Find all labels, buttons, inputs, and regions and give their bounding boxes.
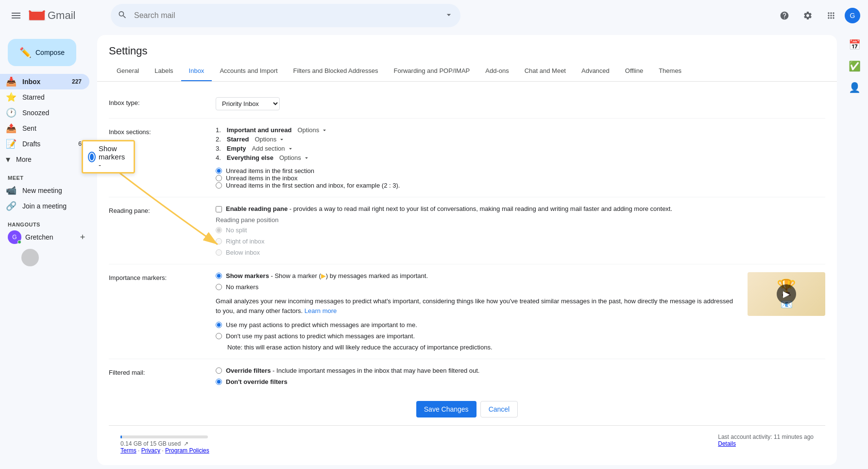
section-3-action[interactable]: Add section	[252, 145, 294, 152]
inbox-type-row: Inbox type: Default Important first Unre…	[109, 89, 825, 119]
learn-more-link[interactable]: Learn more	[305, 307, 337, 314]
save-button[interactable]: Save Changes	[416, 401, 477, 417]
unread-both-radio[interactable]	[216, 182, 222, 189]
compose-button[interactable]: ✏️ Compose	[8, 39, 76, 66]
right-of-inbox-option[interactable]: Right of inbox	[216, 238, 825, 245]
tab-inbox[interactable]: Inbox	[181, 61, 212, 81]
panel-btn-2[interactable]: ✅	[845, 56, 864, 76]
snoozed-label: Snoozed	[22, 109, 49, 117]
sidebar-item-join-meeting[interactable]: 🔗 Join a meeting	[0, 198, 89, 214]
reading-pane-positions: Reading pane position No split Right of …	[216, 216, 825, 256]
show-markers-option[interactable]: Show markers - Show a marker (▶) by mess…	[216, 272, 740, 279]
no-split-option[interactable]: No split	[216, 226, 825, 234]
importance-options: Show markers - Show a marker (▶) by mess…	[216, 272, 740, 291]
section-row-2: 2. Starred Options	[216, 136, 825, 143]
tab-accounts[interactable]: Accounts and Import	[212, 61, 285, 81]
avatar[interactable]: G	[845, 8, 860, 23]
storage-link-icon[interactable]: ↗	[184, 440, 188, 447]
reading-pane-checkbox-item[interactable]: Enable reading pane - provides a way to …	[216, 205, 825, 212]
section-4-action[interactable]: Options	[279, 154, 310, 161]
sidebar: ✏️ Compose 📥 Inbox 227 ⭐ Starred 🕐 Snooz…	[0, 31, 97, 469]
program-policies-link[interactable]: Program Policies	[165, 447, 209, 454]
reading-pane-checkbox[interactable]	[216, 206, 222, 212]
sidebar-item-inbox[interactable]: 📥 Inbox 227	[0, 74, 89, 89]
cancel-button[interactable]: Cancel	[480, 401, 518, 417]
section-3-name: Empty	[227, 145, 246, 152]
panel-btn-1[interactable]: 📅	[845, 35, 864, 54]
details-link[interactable]: Details	[718, 440, 736, 447]
play-button[interactable]: ▶	[777, 284, 796, 304]
action-buttons: Save Changes Cancel	[109, 393, 825, 425]
below-inbox-radio[interactable]	[216, 249, 222, 256]
right-of-inbox-radio[interactable]	[216, 238, 222, 244]
no-markers-radio[interactable]	[216, 284, 222, 290]
use-past-actions-option[interactable]: Use my past actions to predict which mes…	[216, 321, 740, 329]
search-dropdown-icon[interactable]	[444, 10, 454, 21]
section-1-action[interactable]: Options	[297, 126, 328, 134]
tab-themes[interactable]: Themes	[651, 61, 689, 81]
override-filters-option[interactable]: Override filters - Include important mes…	[216, 367, 825, 374]
tab-labels[interactable]: Labels	[147, 61, 181, 81]
unread-both-option[interactable]: Unread items in the first section and in…	[216, 182, 825, 189]
sidebar-item-more[interactable]: ▾ More	[0, 152, 89, 167]
sidebar-item-new-meeting[interactable]: 📹 New meeting	[0, 183, 89, 198]
sidebar-item-starred[interactable]: ⭐ Starred	[0, 89, 89, 105]
storage-bar	[120, 435, 208, 438]
dont-override-radio[interactable]	[216, 379, 222, 385]
tab-filters[interactable]: Filters and Blocked Addresses	[286, 61, 386, 81]
menu-button[interactable]	[8, 7, 24, 24]
annotation-radio-dot	[89, 153, 95, 161]
settings-content: Settings General Labels Inbox Accounts a…	[97, 35, 837, 465]
hangout-user[interactable]: G Gretchen +	[0, 229, 97, 245]
use-past-radio[interactable]	[216, 322, 222, 328]
inbox-type-content: Default Important first Unread first Sta…	[216, 97, 825, 110]
more-label: More	[16, 156, 32, 163]
privacy-link[interactable]: Privacy	[141, 447, 160, 454]
user-avatar-small	[21, 249, 39, 266]
dont-override-option[interactable]: Don't override filters	[216, 378, 825, 385]
terms-link[interactable]: Terms	[120, 447, 136, 454]
unread-first-section-radio[interactable]	[216, 168, 222, 174]
topbar-left: M Gmail	[8, 7, 105, 24]
starred-label: Starred	[22, 93, 45, 101]
svg-rect-2	[12, 17, 20, 18]
no-split-radio[interactable]	[216, 227, 222, 233]
section-2-action[interactable]: Options	[255, 136, 285, 143]
snoozed-icon: 🕐	[6, 107, 17, 118]
tab-addons[interactable]: Add-ons	[477, 61, 516, 81]
tab-general[interactable]: General	[109, 61, 147, 81]
join-meeting-label: Join a meeting	[22, 202, 67, 210]
dont-use-past-option[interactable]: Don't use my past actions to predict whi…	[216, 332, 740, 340]
sidebar-item-sent[interactable]: 📤 Sent	[0, 121, 89, 136]
no-markers-option[interactable]: No markers	[216, 283, 740, 291]
settings-button[interactable]	[798, 6, 817, 25]
tab-advanced[interactable]: Advanced	[574, 61, 617, 81]
tab-offline[interactable]: Offline	[617, 61, 651, 81]
below-inbox-option[interactable]: Below inbox	[216, 249, 825, 256]
override-filters-radio[interactable]	[216, 367, 222, 374]
tab-chat[interactable]: Chat and Meet	[517, 61, 574, 81]
sidebar-item-drafts[interactable]: 📝 Drafts 6	[0, 136, 89, 152]
past-actions-note: Note: this will erase action history and…	[216, 344, 740, 351]
svg-rect-0	[12, 13, 20, 14]
add-hangout-button[interactable]: +	[76, 230, 89, 244]
drafts-icon: 📝	[6, 139, 17, 149]
unread-first-section-option[interactable]: Unread items in the first section	[216, 167, 825, 174]
sidebar-item-snoozed[interactable]: 🕐 Snoozed	[0, 105, 89, 121]
unread-inbox-radio[interactable]	[216, 175, 222, 181]
dont-use-past-radio[interactable]	[216, 333, 222, 339]
settings-title: Settings	[97, 35, 837, 57]
help-button[interactable]	[775, 6, 794, 25]
tab-forwarding[interactable]: Forwarding and POP/IMAP	[386, 61, 477, 81]
show-markers-radio[interactable]	[216, 273, 222, 279]
inbox-type-select[interactable]: Default Important first Unread first Sta…	[216, 97, 280, 110]
reading-pane-label: Reading pane:	[109, 205, 216, 214]
section-1-name: Important and unread	[227, 126, 292, 134]
panel-btn-3[interactable]: 👤	[845, 78, 864, 97]
search-input[interactable]	[111, 4, 460, 27]
apps-button[interactable]	[821, 6, 841, 25]
reading-pane-position-label: Reading pane position	[216, 216, 825, 224]
video-thumbnail[interactable]: 🏆 📧 ▶	[748, 272, 825, 316]
join-meeting-icon: 🔗	[6, 201, 17, 211]
unread-inbox-option[interactable]: Unread items in the inbox	[216, 174, 825, 182]
